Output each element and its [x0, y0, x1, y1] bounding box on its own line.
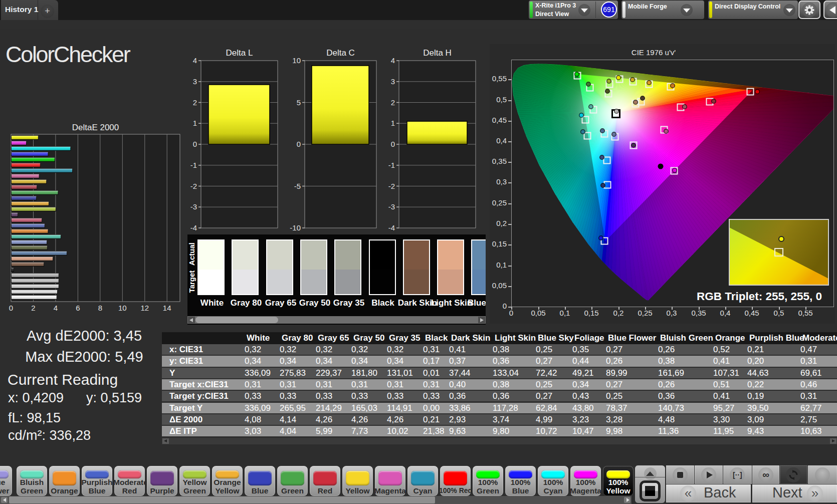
svg-text:14: 14 [163, 304, 171, 312]
svg-text:-1: -1 [388, 161, 395, 169]
svg-text:8: 8 [98, 304, 102, 312]
svg-text:4: 4 [193, 56, 197, 65]
svg-text:-3: -3 [388, 202, 395, 211]
svg-text:-5: -5 [294, 182, 301, 190]
svg-text:1: 1 [193, 119, 197, 127]
svg-text:-10: -10 [290, 223, 301, 232]
svg-text:-2: -2 [190, 182, 197, 190]
svg-text:-4: -4 [190, 223, 197, 232]
svg-text:Delta C: Delta C [326, 48, 355, 58]
svg-text:2: 2 [193, 98, 197, 107]
svg-text:2: 2 [391, 98, 395, 107]
svg-text:0: 0 [193, 140, 197, 148]
svg-text:10: 10 [118, 304, 127, 312]
svg-text:-3: -3 [190, 202, 197, 211]
svg-text:2: 2 [31, 304, 35, 312]
svg-text:3: 3 [391, 77, 395, 86]
svg-text:12: 12 [140, 304, 149, 312]
svg-text:0: 0 [391, 140, 395, 148]
svg-text:10: 10 [292, 56, 301, 65]
svg-text:4: 4 [54, 304, 58, 312]
svg-text:0: 0 [297, 140, 301, 148]
svg-text:-4: -4 [388, 223, 395, 232]
svg-text:-1: -1 [190, 161, 197, 169]
svg-text:-2: -2 [388, 182, 395, 190]
svg-text:4: 4 [391, 56, 395, 65]
svg-text:0: 0 [9, 304, 13, 312]
svg-text:Delta H: Delta H [423, 48, 452, 58]
svg-text:1: 1 [391, 119, 395, 127]
svg-text:3: 3 [193, 77, 197, 86]
svg-text:Delta L: Delta L [226, 48, 253, 58]
svg-text:6: 6 [76, 304, 80, 312]
svg-text:DeltaE 2000: DeltaE 2000 [72, 123, 119, 132]
svg-text:5: 5 [297, 98, 301, 107]
